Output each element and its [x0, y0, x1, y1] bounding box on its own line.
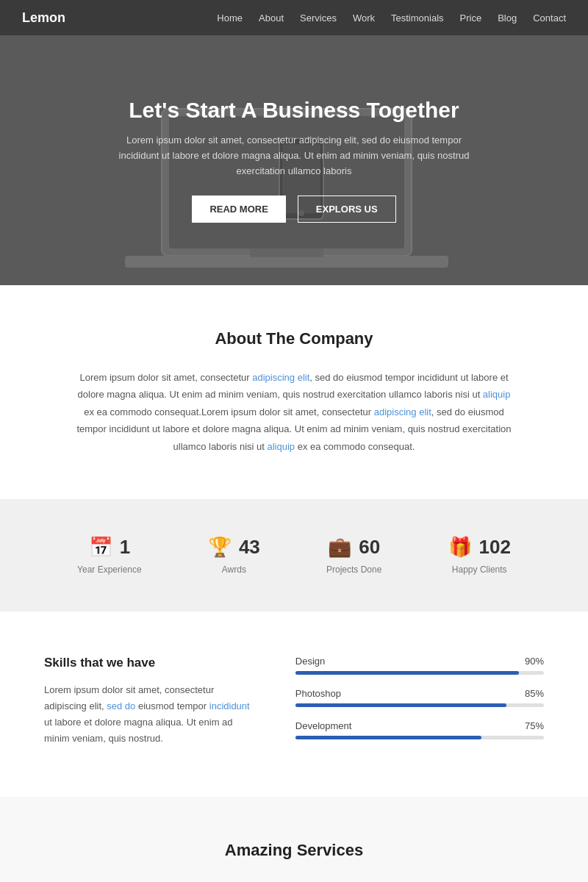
skill-item: Design 90% — [295, 656, 544, 675]
stat-top: 🏆 43 — [208, 536, 260, 559]
skill-bar-fill — [295, 671, 519, 675]
stat-item: 💼 60 Projects Done — [326, 536, 381, 575]
stat-label: Happy Clients — [452, 564, 507, 575]
skill-bar-bg — [295, 671, 544, 675]
nav-links: HomeAboutServicesWorkTestimonialsPriceBl… — [217, 12, 566, 24]
hero-title: Let's Start A Business Together — [110, 98, 478, 123]
nav-link-contact[interactable]: Contact — [533, 12, 566, 24]
nav-link-testimonials[interactable]: Testimonials — [391, 12, 444, 24]
stat-top: 🎁 102 — [448, 536, 511, 559]
explore-us-button[interactable]: EXPLORS US — [298, 196, 396, 223]
read-more-button[interactable]: READ MORE — [192, 196, 285, 223]
stat-item: 🎁 102 Happy Clients — [448, 536, 511, 575]
stat-number: 1 — [120, 536, 130, 559]
stat-top: 💼 60 — [328, 536, 380, 559]
skill-header: Design 90% — [295, 656, 544, 667]
stat-icon: 🏆 — [208, 536, 232, 559]
stat-icon: 📅 — [89, 536, 112, 559]
stat-label: Year Experience — [77, 564, 142, 575]
skill-header: Development 75% — [295, 720, 544, 731]
stats-section: 📅 1 Year Experience 🏆 43 Awrds 💼 60 Proj… — [0, 499, 588, 612]
services-title: Amazing Services — [29, 841, 559, 860]
skill-percent: 90% — [525, 656, 544, 667]
skills-section: Skills that we have Lorem ipsum dolor si… — [0, 612, 588, 797]
skill-name: Design — [295, 656, 325, 667]
services-section: Amazing Services ♟ Strategy & Consulting… — [0, 797, 588, 882]
hero-content: Let's Start A Business Together Lorem ip… — [110, 98, 478, 222]
about-section: About The Company Lorem ipsum dolor sit … — [0, 285, 588, 499]
skill-name: Photoshop — [295, 688, 341, 699]
hero-subtitle: Lorem ipsum dolor sit amet, consectetur … — [110, 133, 478, 179]
stat-top: 📅 1 — [89, 536, 130, 559]
skills-description: Lorem ipsum dolor sit amet, consectetur … — [44, 682, 251, 747]
nav-link-about[interactable]: About — [259, 12, 284, 24]
svg-rect-2 — [125, 256, 448, 268]
nav-link-home[interactable]: Home — [217, 12, 243, 24]
about-body: Lorem ipsum dolor sit amet, consectetur … — [74, 369, 514, 455]
stat-label: Projects Done — [326, 564, 381, 575]
stat-icon: 🎁 — [448, 536, 472, 559]
skill-percent: 75% — [525, 720, 544, 731]
skill-item: Photoshop 85% — [295, 688, 544, 707]
stat-label: Awrds — [222, 564, 246, 575]
stat-number: 102 — [479, 536, 511, 559]
skills-right: Design 90% Photoshop 85% Development 75% — [295, 656, 544, 753]
skill-bar-bg — [295, 736, 544, 739]
skill-bar-fill — [295, 736, 482, 739]
skills-left: Skills that we have Lorem ipsum dolor si… — [44, 656, 251, 747]
nav-link-price[interactable]: Price — [460, 12, 482, 24]
nav-logo: Lemon — [22, 10, 65, 26]
nav-link-blog[interactable]: Blog — [498, 12, 517, 24]
nav-link-work[interactable]: Work — [353, 12, 375, 24]
stat-icon: 💼 — [328, 536, 351, 559]
hero-section: Let's Start A Business Together Lorem ip… — [0, 35, 588, 285]
skill-percent: 85% — [525, 688, 544, 699]
skill-name: Development — [295, 720, 352, 731]
navbar: Lemon HomeAboutServicesWorkTestimonialsP… — [0, 0, 588, 35]
skill-bar-fill — [295, 703, 506, 707]
svg-rect-3 — [250, 248, 323, 257]
stat-item: 📅 1 Year Experience — [77, 536, 142, 575]
stat-item: 🏆 43 Awrds — [208, 536, 260, 575]
skills-title: Skills that we have — [44, 656, 251, 670]
skill-item: Development 75% — [295, 720, 544, 739]
skill-header: Photoshop 85% — [295, 688, 544, 699]
skill-bar-bg — [295, 703, 544, 707]
nav-link-services[interactable]: Services — [300, 12, 337, 24]
about-title: About The Company — [74, 329, 514, 348]
hero-buttons: READ MORE EXPLORS US — [110, 196, 478, 223]
stat-number: 60 — [359, 536, 380, 559]
stat-number: 43 — [239, 536, 260, 559]
